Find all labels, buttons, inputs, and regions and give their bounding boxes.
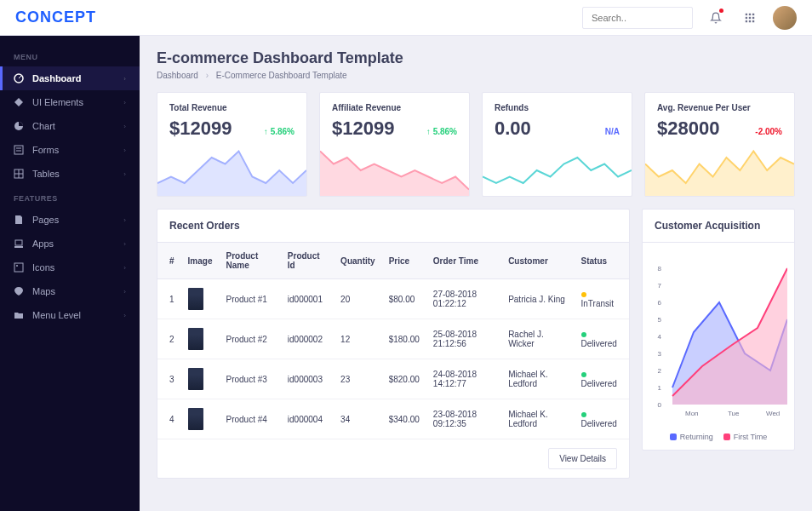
- page-title: E-commerce Dashboard Template: [157, 49, 795, 67]
- sidebar-item-pages[interactable]: Pages›: [0, 208, 140, 232]
- customer: Patricia J. King: [501, 279, 574, 319]
- table-icon: [14, 169, 24, 179]
- status-dot-icon: [581, 412, 586, 417]
- dashboard-icon: [14, 73, 24, 83]
- product-image: [188, 408, 203, 430]
- table-row[interactable]: 3Product #3id00000323$820.0024-08-2018 1…: [157, 359, 629, 399]
- status: Delivered: [575, 359, 629, 399]
- sidebar-item-dashboard[interactable]: Dashboard›: [0, 66, 140, 90]
- column-header: Quantity: [334, 243, 382, 279]
- user-avatar[interactable]: [773, 6, 797, 30]
- breadcrumb: Dashboard › E-Commerce Dashboard Templat…: [157, 71, 795, 80]
- apps-grid-button[interactable]: [739, 7, 761, 29]
- recent-orders-card: Recent Orders #ImageProduct NameProduct …: [157, 209, 630, 479]
- svg-text:Tue: Tue: [728, 410, 740, 417]
- column-header: Order Time: [426, 243, 501, 279]
- sidebar-item-label: Pages: [32, 215, 59, 225]
- table-row[interactable]: 2Product #2id00000212$180.0025-08-2018 2…: [157, 319, 629, 359]
- sidebar-item-label: Apps: [32, 238, 54, 249]
- pie-icon: [14, 121, 24, 131]
- notification-dot: [719, 9, 723, 13]
- product-image: [188, 288, 203, 310]
- stat-card: Refunds0.00N/A: [482, 92, 632, 197]
- sidebar-item-chart[interactable]: Chart›: [0, 114, 140, 138]
- order-time: 27-08-2018 01:22:12: [426, 279, 501, 319]
- product-name: Product #4: [219, 399, 280, 439]
- stat-label: Refunds: [495, 103, 620, 112]
- svg-rect-0: [746, 13, 747, 14]
- column-header: Price: [382, 243, 426, 279]
- sidebar-item-forms[interactable]: Forms›: [0, 138, 140, 162]
- svg-text:4: 4: [658, 333, 662, 341]
- quantity: 20: [334, 279, 382, 319]
- stat-change: ↑ 5.86%: [264, 127, 294, 136]
- quantity: 23: [334, 359, 382, 399]
- sparkline-chart: [483, 145, 632, 196]
- stat-label: Affiliate Revenue: [332, 103, 457, 112]
- status-dot-icon: [581, 332, 586, 337]
- product-id: id000003: [281, 359, 334, 399]
- svg-text:6: 6: [658, 299, 662, 307]
- column-header: Status: [575, 243, 629, 279]
- table-row[interactable]: 4Product #4id00000434$340.0023-08-2018 0…: [157, 399, 629, 439]
- order-time: 23-08-2018 09:12:35: [426, 399, 501, 439]
- column-header: #: [157, 243, 181, 279]
- status: Delivered: [575, 399, 629, 439]
- svg-rect-5: [752, 16, 754, 18]
- sidebar-item-tables[interactable]: Tables›: [0, 162, 140, 186]
- sidebar-item-menu-level[interactable]: Menu Level›: [0, 303, 140, 327]
- chevron-right-icon: ›: [123, 75, 126, 83]
- quantity: 12: [334, 319, 382, 359]
- notifications-button[interactable]: [705, 7, 727, 29]
- svg-rect-4: [749, 16, 751, 18]
- column-header: Image: [181, 243, 220, 279]
- svg-text:0: 0: [658, 401, 662, 409]
- brand-logo[interactable]: CONCEPT: [15, 9, 96, 26]
- pin-icon: [14, 286, 24, 296]
- sidebar-item-label: Menu Level: [32, 310, 81, 320]
- sidebar-item-apps[interactable]: Apps›: [0, 232, 140, 256]
- table-row[interactable]: 1Product #1id00000120$80.0027-08-2018 01…: [157, 279, 629, 319]
- order-time: 25-08-2018 21:12:56: [426, 319, 501, 359]
- search-input[interactable]: [582, 7, 693, 29]
- sidebar-item-label: UI Elements: [32, 97, 83, 107]
- column-header: Customer: [501, 243, 574, 279]
- svg-rect-3: [746, 16, 747, 18]
- breadcrumb-item[interactable]: Dashboard: [157, 71, 198, 80]
- sidebar-item-label: Tables: [32, 169, 60, 179]
- column-header: Product Id: [281, 243, 334, 279]
- row-index: 2: [157, 319, 181, 359]
- legend-item: Returning: [670, 433, 713, 441]
- sidebar-item-ui-elements[interactable]: UI Elements›: [0, 90, 140, 114]
- img-icon: [14, 262, 24, 273]
- price: $80.00: [382, 279, 426, 319]
- status-dot-icon: [581, 292, 586, 297]
- row-index: 4: [157, 399, 181, 439]
- sidebar-item-label: Forms: [32, 145, 59, 155]
- legend-swatch-icon: [723, 433, 730, 440]
- view-details-button[interactable]: View Details: [548, 448, 617, 469]
- sidebar-item-maps[interactable]: Maps›: [0, 279, 140, 303]
- stat-label: Avg. Revenue Per User: [657, 103, 782, 112]
- product-name: Product #2: [219, 319, 280, 359]
- stat-value: $12099: [169, 118, 232, 140]
- legend-label: First Time: [734, 433, 768, 441]
- stat-value: $12099: [332, 118, 394, 140]
- svg-rect-6: [746, 20, 747, 21]
- stat-card: Affiliate Revenue$12099↑ 5.86%: [319, 92, 470, 197]
- folder-icon: [14, 310, 24, 320]
- sidebar: MENUDashboard›UI Elements›Chart›Forms›Ta…: [0, 36, 140, 511]
- stat-value: 0.00: [495, 118, 531, 140]
- chevron-right-icon: ›: [123, 240, 126, 248]
- stats-row: Total Revenue$12099↑ 5.86%Affiliate Reve…: [157, 92, 795, 197]
- quantity: 34: [334, 399, 382, 439]
- svg-text:2: 2: [658, 367, 662, 375]
- chevron-right-icon: ›: [123, 312, 126, 319]
- sidebar-item-label: Dashboard: [32, 73, 81, 83]
- svg-rect-11: [14, 146, 23, 154]
- product-image: [188, 328, 203, 350]
- svg-text:Mon: Mon: [685, 410, 699, 417]
- chevron-right-icon: ›: [123, 123, 126, 130]
- sidebar-item-icons[interactable]: Icons›: [0, 256, 140, 279]
- menu-section-header: FEATURES: [0, 186, 140, 208]
